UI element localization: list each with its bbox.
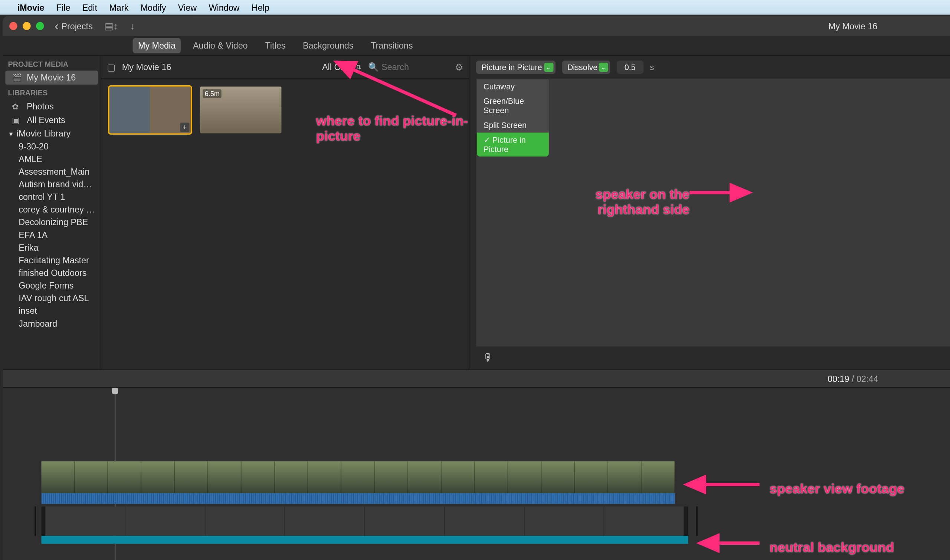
background-clip[interactable]: [41, 506, 688, 536]
sidebar-item-label: Photos: [27, 101, 54, 111]
minimize-button[interactable]: [23, 22, 31, 30]
overlay-mode-dropdown[interactable]: Picture in Picture⌄: [476, 61, 555, 74]
chevron-down-icon: ⌄: [598, 63, 608, 72]
filmstrip-frame: [108, 462, 141, 493]
timeline-header: 00:19 / 02:44 Settings: [3, 369, 950, 388]
background-audio[interactable]: [41, 536, 688, 544]
audio-waveform[interactable]: [41, 493, 675, 504]
timecode: 00:19 / 02:44: [828, 374, 878, 383]
clip-marker: [34, 506, 36, 536]
sidebar-event-item[interactable]: EFA 1A: [3, 228, 100, 241]
menu-modify[interactable]: Modify: [140, 2, 166, 12]
sidebar-event-item[interactable]: inset: [3, 305, 100, 317]
filmstrip-frame: [275, 462, 308, 493]
window-controls: [9, 22, 44, 30]
filmstrip-frame: [541, 462, 575, 493]
sidebar-project-item[interactable]: 🎬My Movie 16: [5, 71, 98, 85]
sidebar-event-item[interactable]: finished Outdoors: [3, 267, 100, 279]
sidebar-event-item[interactable]: Google Forms: [3, 279, 100, 292]
tab-titles[interactable]: Titles: [260, 38, 291, 53]
sidebar-event-item[interactable]: IAV rough cut ASL: [3, 292, 100, 305]
tab-backgrounds[interactable]: Backgrounds: [298, 38, 359, 53]
clip-edge[interactable]: [41, 506, 45, 536]
video-track[interactable]: [41, 462, 675, 504]
import-icon[interactable]: ↓: [130, 21, 135, 32]
mac-menubar: iMovie File Edit Mark Modify View Window…: [0, 0, 950, 15]
clapper-icon: 🎬: [12, 73, 21, 82]
tab-transitions[interactable]: Transitions: [366, 38, 418, 53]
sidebar-event-item[interactable]: Erika: [3, 242, 100, 254]
menu-edit[interactable]: Edit: [82, 2, 97, 12]
menu-view[interactable]: View: [178, 2, 197, 12]
filmstrip-frame: [575, 462, 608, 493]
fullscreen-button[interactable]: [36, 22, 44, 30]
sidebar-event-item[interactable]: Autism brand vide…: [3, 178, 100, 191]
filmstrip-frame: [375, 462, 408, 493]
menu-item-splitscreen[interactable]: Split Screen: [477, 118, 549, 133]
background-track[interactable]: [41, 506, 688, 544]
annotation-arrow: [323, 58, 469, 118]
add-clip-button[interactable]: +: [180, 123, 189, 132]
clip-filmstrip[interactable]: [41, 462, 675, 493]
filmstrip-frame: [242, 462, 275, 493]
menu-item-pip[interactable]: Picture in Picture: [477, 133, 549, 157]
menu-window[interactable]: Window: [208, 2, 239, 12]
seconds-unit: s: [650, 63, 654, 72]
sidebar-item-label: All Events: [27, 115, 65, 125]
transition-duration-field[interactable]: 0.5: [617, 61, 643, 74]
filmstrip-frame: [75, 462, 108, 493]
transport-controls: 🎙 |◀ ▶ ▶| ⤢: [469, 346, 950, 369]
sidebar-header-libraries: LIBRARIES: [3, 85, 100, 99]
media-clip-thumb[interactable]: 6.5m: [200, 87, 281, 134]
menu-mark[interactable]: Mark: [109, 2, 128, 12]
transition-dropdown[interactable]: Dissolve⌄: [562, 61, 610, 74]
menu-file[interactable]: File: [56, 2, 71, 12]
tab-audio-video[interactable]: Audio & Video: [188, 38, 253, 53]
filmstrip-frame: [208, 462, 242, 493]
sidebar-item-label: iMovie Library: [17, 129, 71, 139]
filmstrip-frame: [308, 462, 341, 493]
sidebar-all-events[interactable]: ▣All Events: [3, 113, 100, 127]
sidebar-event-item[interactable]: Jamboard: [3, 317, 100, 330]
menu-item-cutaway[interactable]: Cutaway: [477, 79, 549, 94]
annotation-arrow: [683, 474, 763, 494]
tab-my-media[interactable]: My Media: [133, 38, 181, 53]
sidebar-event-item[interactable]: AMLE: [3, 153, 100, 165]
annotation: neutral background: [770, 540, 894, 555]
filmstrip-frame: [341, 462, 375, 493]
media-clip-thumb[interactable]: +: [109, 87, 191, 134]
sidebar-photos[interactable]: ✿Photos: [3, 99, 100, 114]
sidebar-event-item[interactable]: 9-30-20: [3, 140, 100, 152]
filmstrip-frame: [608, 462, 642, 493]
viewer-panel: Picture in Picture⌄ Dissolve⌄ 0.5 s Bord…: [469, 56, 950, 369]
dropdown-label: Picture in Picture: [481, 63, 542, 72]
sidebar-event-item[interactable]: corey & courtney f…: [3, 203, 100, 216]
filmstrip-frame: [442, 462, 475, 493]
svg-line-0: [336, 62, 456, 115]
clip-edge[interactable]: [684, 506, 688, 536]
menu-item-greenscreen[interactable]: Green/Blue Screen: [477, 94, 549, 118]
annotation: speaker on the righthand side: [570, 186, 689, 217]
sidebar-library[interactable]: ▼iMovie Library: [3, 127, 100, 140]
sidebar-event-item[interactable]: Assessment_Main: [3, 165, 100, 178]
sidebar-event-item[interactable]: control YT 1: [3, 191, 100, 203]
annotation-arrow: [696, 533, 763, 553]
library-layout-icon[interactable]: ▤↕: [105, 21, 118, 32]
sidebar-header-project: PROJECT MEDIA: [3, 56, 100, 71]
timeline[interactable]: speaker view footage neutral background: [3, 388, 950, 560]
titlebar: Projects ▤↕ ↓ My Movie 16 ⇪: [3, 16, 950, 36]
close-button[interactable]: [9, 22, 17, 30]
menu-help[interactable]: Help: [251, 2, 270, 12]
pip-settings-bar: Picture in Picture⌄ Dissolve⌄ 0.5 s Bord…: [469, 56, 950, 78]
list-view-icon[interactable]: ▢: [107, 62, 116, 72]
sidebar-event-item[interactable]: Facilitating Master: [3, 254, 100, 267]
dropdown-label: Dissolve: [568, 63, 598, 72]
menu-app[interactable]: iMovie: [17, 2, 45, 12]
tab-strip: My Media Audio & Video Titles Background…: [3, 36, 950, 56]
back-to-projects[interactable]: Projects: [54, 19, 93, 33]
chevron-down-icon: ▼: [8, 130, 14, 137]
window-title: My Movie 16: [828, 21, 877, 31]
filmstrip-frame: [642, 462, 675, 493]
sidebar-event-item[interactable]: Decolonizing PBE: [3, 216, 100, 228]
voiceover-mic-icon[interactable]: 🎙: [483, 352, 494, 364]
